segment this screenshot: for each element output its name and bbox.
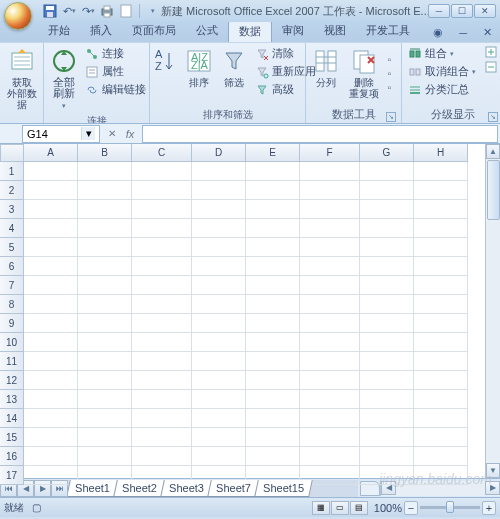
scroll-right-button[interactable]: ▶ xyxy=(485,481,500,495)
column-header[interactable]: C xyxy=(132,144,192,162)
zoom-level[interactable]: 100% xyxy=(374,502,402,514)
row-header[interactable]: 2 xyxy=(0,181,24,200)
refresh-all-button[interactable]: 全部刷新▾ xyxy=(48,45,80,113)
undo-icon[interactable]: ↶▾ xyxy=(61,3,77,19)
sheet-tab[interactable]: Sheet2 xyxy=(113,480,165,497)
sort-az-button[interactable]: AZ xyxy=(154,45,180,79)
svg-point-22 xyxy=(264,74,268,78)
window-close-icon[interactable]: ✕ xyxy=(475,23,500,42)
status-text: 就绪 xyxy=(4,501,24,515)
tab-开始[interactable]: 开始 xyxy=(38,20,80,42)
status-bar: 就绪 ▢ ▦ ▭ ▤ 100% − + xyxy=(0,497,500,517)
row-header[interactable]: 17 xyxy=(0,466,24,485)
minimize-ribbon-icon[interactable]: ─ xyxy=(451,24,475,42)
vertical-scrollbar[interactable]: ▲ ▼ xyxy=(485,144,500,478)
row-header[interactable]: 15 xyxy=(0,428,24,447)
sheet-tab[interactable]: Sheet15 xyxy=(254,480,313,497)
data-tools-more3-icon[interactable]: ▫ xyxy=(385,81,397,94)
maximize-button[interactable]: ☐ xyxy=(451,4,473,18)
title-bar: ↶▾ ↷▾ ▾ 新建 Microsoft Office Excel 2007 工… xyxy=(0,0,500,22)
cancel-formula-icon[interactable]: ✕ xyxy=(104,126,120,142)
name-box[interactable]: G14▾ xyxy=(22,125,100,143)
zoom-slider[interactable] xyxy=(420,506,480,509)
formula-input[interactable] xyxy=(142,125,498,143)
column-header[interactable]: H xyxy=(414,144,468,162)
row-header[interactable]: 13 xyxy=(0,390,24,409)
column-header[interactable]: F xyxy=(300,144,360,162)
subtotal-button[interactable]: 分类汇总 xyxy=(406,81,478,98)
group-label-outline: 分级显示↘ xyxy=(406,106,499,123)
scroll-up-button[interactable]: ▲ xyxy=(486,144,500,159)
svg-rect-23 xyxy=(316,51,324,71)
new-icon[interactable] xyxy=(118,3,134,19)
text-to-columns-button[interactable]: 分列 xyxy=(310,45,343,90)
svg-text:A: A xyxy=(155,48,163,60)
row-header[interactable]: 3 xyxy=(0,200,24,219)
close-button[interactable]: ✕ xyxy=(474,4,496,18)
ungroup-button[interactable]: 取消组合 ▾ xyxy=(406,63,478,80)
row-header[interactable]: 8 xyxy=(0,295,24,314)
group-button[interactable]: 组合 ▾ xyxy=(406,45,478,62)
print-icon[interactable] xyxy=(99,3,115,19)
name-box-dropdown-icon[interactable]: ▾ xyxy=(81,127,95,140)
tab-开发工具[interactable]: 开发工具 xyxy=(356,20,420,42)
help-icon[interactable]: ◉ xyxy=(425,23,451,42)
zoom-in-button[interactable]: + xyxy=(482,501,496,515)
office-button[interactable] xyxy=(0,0,34,22)
group-label-sort-filter: 排序和筛选 xyxy=(154,107,301,123)
row-header[interactable]: 7 xyxy=(0,276,24,295)
row-header[interactable]: 14 xyxy=(0,409,24,428)
tab-公式[interactable]: 公式 xyxy=(186,20,228,42)
data-tools-launcher-icon[interactable]: ↘ xyxy=(386,112,396,122)
tab-数据[interactable]: 数据 xyxy=(228,20,272,42)
row-header[interactable]: 6 xyxy=(0,257,24,276)
properties-button[interactable]: 属性 xyxy=(83,63,148,80)
filter-button[interactable]: 筛选 xyxy=(218,45,250,90)
hide-detail-icon[interactable] xyxy=(483,60,499,74)
redo-icon[interactable]: ↷▾ xyxy=(80,3,96,19)
column-header[interactable]: D xyxy=(192,144,246,162)
row-header[interactable]: 9 xyxy=(0,314,24,333)
normal-view-button[interactable]: ▦ xyxy=(312,501,330,515)
column-header[interactable]: G xyxy=(360,144,414,162)
svg-rect-33 xyxy=(410,69,414,75)
row-header[interactable]: 12 xyxy=(0,371,24,390)
tab-审阅[interactable]: 审阅 xyxy=(272,20,314,42)
row-header[interactable]: 16 xyxy=(0,447,24,466)
data-tools-more2-icon[interactable]: ▫ xyxy=(385,67,397,80)
select-all-corner[interactable] xyxy=(0,144,24,162)
qat-customize-icon[interactable]: ▾ xyxy=(145,3,161,19)
row-header[interactable]: 5 xyxy=(0,238,24,257)
column-header[interactable]: A xyxy=(24,144,78,162)
sheet-tab[interactable]: Sheet3 xyxy=(160,480,212,497)
outline-launcher-icon[interactable]: ↘ xyxy=(488,112,498,122)
data-tools-more-icon[interactable]: ▫ xyxy=(385,53,397,66)
cells-area[interactable] xyxy=(24,162,485,478)
column-header[interactable]: B xyxy=(78,144,132,162)
tab-页面布局[interactable]: 页面布局 xyxy=(122,20,186,42)
tab-插入[interactable]: 插入 xyxy=(80,20,122,42)
remove-duplicates-button[interactable]: 删除 重复项 xyxy=(346,45,383,101)
page-break-view-button[interactable]: ▤ xyxy=(350,501,368,515)
insert-function-icon[interactable]: fx xyxy=(122,126,138,142)
zoom-out-button[interactable]: − xyxy=(404,501,418,515)
scroll-thumb[interactable] xyxy=(487,160,500,220)
row-header[interactable]: 11 xyxy=(0,352,24,371)
sheet-tab[interactable]: Sheet7 xyxy=(207,480,259,497)
connections-button[interactable]: 连接 xyxy=(83,45,148,62)
row-header[interactable]: 4 xyxy=(0,219,24,238)
column-header[interactable]: E xyxy=(246,144,300,162)
sort-button[interactable]: A|ZZ|A排序 xyxy=(183,45,215,90)
page-layout-view-button[interactable]: ▭ xyxy=(331,501,349,515)
row-header[interactable]: 1 xyxy=(0,162,24,181)
scroll-down-button[interactable]: ▼ xyxy=(486,463,500,478)
edit-links-button[interactable]: 编辑链接 xyxy=(83,81,148,98)
minimize-button[interactable]: ─ xyxy=(428,4,450,18)
tab-视图[interactable]: 视图 xyxy=(314,20,356,42)
sheet-tab[interactable]: Sheet1 xyxy=(68,480,119,497)
get-external-data-button[interactable]: 获取 外部数据 xyxy=(4,45,39,112)
macro-record-icon[interactable]: ▢ xyxy=(32,502,41,513)
save-icon[interactable] xyxy=(42,3,58,19)
row-header[interactable]: 10 xyxy=(0,333,24,352)
show-detail-icon[interactable] xyxy=(483,45,499,59)
